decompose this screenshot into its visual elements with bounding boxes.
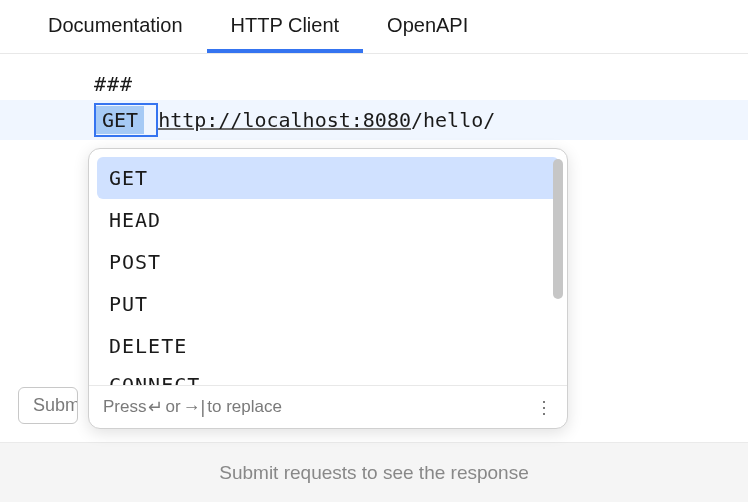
request-separator: ### [0,68,748,100]
autocomplete-item-get[interactable]: GET [97,157,559,199]
autocomplete-item-put[interactable]: PUT [97,283,559,325]
autocomplete-list: GET HEAD POST PUT DELETE CONNECT [89,149,567,385]
tab-key-icon: →| [183,397,206,418]
response-hint: Submit requests to see the response [219,462,528,484]
scrollbar[interactable] [553,159,563,385]
request-line[interactable]: GET http://localhost:8080/hello/ [0,100,748,140]
tab-http-client[interactable]: HTTP Client [207,0,364,53]
url-path[interactable]: /hello/ [411,108,495,132]
editor[interactable]: ### GET http://localhost:8080/hello/ [0,54,748,140]
response-panel: Submit requests to see the response [0,442,748,502]
autocomplete-item-post[interactable]: POST [97,241,559,283]
scrollbar-thumb[interactable] [553,159,563,299]
autocomplete-item-connect[interactable]: CONNECT [97,367,559,385]
more-options-icon[interactable]: ⋯ [534,399,556,415]
autocomplete-popup: GET HEAD POST PUT DELETE CONNECT Press ↵… [88,148,568,429]
autocomplete-hint: Press ↵ or →| to replace [103,396,282,418]
autocomplete-item-head[interactable]: HEAD [97,199,559,241]
submit-button[interactable]: Submit [18,387,78,424]
url-host[interactable]: http://localhost:8080 [158,108,411,132]
tab-documentation[interactable]: Documentation [24,0,207,53]
request-url[interactable]: http://localhost:8080/hello/ [158,108,495,132]
method-selection-box[interactable]: GET [94,103,158,137]
tab-bar: Documentation HTTP Client OpenAPI [0,0,748,54]
autocomplete-footer: Press ↵ or →| to replace ⋯ [89,385,567,428]
enter-key-icon: ↵ [148,396,163,418]
http-method[interactable]: GET [96,106,144,134]
tab-openapi[interactable]: OpenAPI [363,0,492,53]
autocomplete-item-delete[interactable]: DELETE [97,325,559,367]
